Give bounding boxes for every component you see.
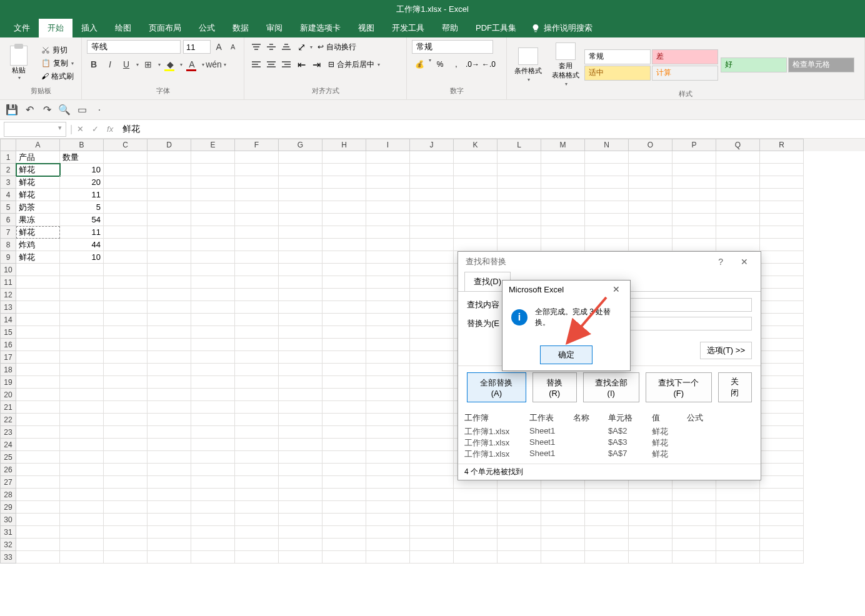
cell[interactable] [279, 476, 322, 489]
row-header[interactable]: 31 [0, 526, 16, 539]
row-header[interactable]: 12 [0, 289, 16, 301]
row-header[interactable]: 17 [0, 351, 16, 364]
cell[interactable] [629, 239, 672, 251]
cell[interactable] [410, 476, 454, 489]
cell[interactable] [498, 226, 541, 239]
cell[interactable] [60, 451, 104, 464]
cell[interactable] [410, 451, 454, 464]
name-box[interactable] [4, 122, 66, 137]
row-header[interactable]: 20 [0, 389, 16, 401]
row-header[interactable]: 30 [0, 514, 16, 526]
cell[interactable] [366, 176, 410, 189]
cell[interactable] [322, 526, 366, 539]
cell[interactable] [16, 551, 60, 564]
cell[interactable] [322, 251, 366, 264]
cell[interactable] [148, 451, 191, 464]
cell[interactable] [366, 376, 410, 389]
cell[interactable] [148, 539, 191, 551]
cell[interactable] [235, 489, 279, 501]
align-top-button[interactable] [249, 40, 263, 54]
cell[interactable]: 10 [60, 251, 104, 264]
cell[interactable] [410, 326, 454, 339]
cell[interactable] [191, 389, 235, 401]
cell[interactable] [60, 414, 104, 426]
cell[interactable] [235, 351, 279, 364]
enter-formula-button[interactable]: ✓ [88, 124, 102, 134]
cell[interactable] [410, 189, 454, 201]
cell[interactable] [104, 239, 148, 251]
cell[interactable] [191, 476, 235, 489]
cell[interactable] [60, 551, 104, 564]
cell[interactable] [541, 526, 585, 539]
tab-formulas[interactable]: 公式 [190, 19, 224, 37]
tab-newtab[interactable]: 新建选项卡 [291, 19, 349, 37]
cell[interactable] [191, 539, 235, 551]
cell[interactable] [16, 426, 60, 439]
cell[interactable] [191, 551, 235, 564]
cell[interactable] [454, 176, 498, 189]
align-center-button[interactable] [264, 57, 278, 71]
cell[interactable] [104, 514, 148, 526]
cell[interactable] [235, 201, 279, 214]
cell[interactable] [16, 501, 60, 514]
cell[interactable] [498, 501, 541, 514]
col-header-K[interactable]: K [454, 139, 498, 151]
cell[interactable] [585, 214, 629, 226]
cell[interactable] [410, 226, 454, 239]
cell[interactable] [104, 364, 148, 376]
cell[interactable] [629, 226, 672, 239]
cell[interactable] [366, 351, 410, 364]
row-header[interactable]: 4 [0, 189, 16, 201]
cell[interactable] [716, 526, 760, 539]
cell[interactable] [60, 326, 104, 339]
cell[interactable] [672, 201, 716, 214]
cell[interactable] [16, 476, 60, 489]
cell[interactable] [279, 326, 322, 339]
row-header[interactable]: 29 [0, 501, 16, 514]
cell[interactable] [760, 489, 804, 501]
tab-developer[interactable]: 开发工具 [383, 19, 433, 37]
cell[interactable] [760, 414, 804, 426]
number-format-select[interactable] [412, 40, 493, 54]
cell[interactable]: 产品 [16, 151, 60, 164]
row-header[interactable]: 3 [0, 176, 16, 189]
cell[interactable] [148, 376, 191, 389]
cell[interactable] [191, 301, 235, 314]
cell[interactable] [454, 201, 498, 214]
close-icon[interactable]: ✕ [609, 284, 624, 294]
cell[interactable] [454, 189, 498, 201]
font-color-button[interactable]: A [185, 57, 199, 71]
font-name-select[interactable] [87, 40, 181, 54]
cell[interactable] [322, 426, 366, 439]
tab-view[interactable]: 视图 [349, 19, 383, 37]
percent-button[interactable]: % [432, 57, 448, 71]
wrap-text-button[interactable]: ↩自动换行 [314, 41, 360, 54]
cell[interactable] [235, 276, 279, 289]
insert-function-button[interactable]: fx [102, 124, 118, 134]
cell[interactable] [322, 326, 366, 339]
cell[interactable] [498, 539, 541, 551]
cell[interactable] [235, 339, 279, 351]
cell[interactable] [410, 551, 454, 564]
col-header-P[interactable]: P [672, 139, 716, 151]
formula-input[interactable] [118, 122, 865, 137]
cell[interactable] [235, 389, 279, 401]
cell[interactable] [235, 464, 279, 476]
cell[interactable] [191, 276, 235, 289]
cell[interactable] [322, 201, 366, 214]
cell[interactable] [191, 201, 235, 214]
cell[interactable] [148, 151, 191, 164]
cell[interactable] [104, 376, 148, 389]
cell[interactable] [498, 239, 541, 251]
decrease-font-button[interactable]: A [228, 40, 239, 54]
cell[interactable] [716, 226, 760, 239]
cell[interactable] [410, 351, 454, 364]
cell[interactable] [629, 551, 672, 564]
cell[interactable]: 鲜花 [16, 189, 60, 201]
cell[interactable] [541, 201, 585, 214]
cell[interactable] [760, 176, 804, 189]
cell[interactable] [322, 539, 366, 551]
cell[interactable] [410, 164, 454, 176]
cell[interactable] [148, 314, 191, 326]
cell[interactable] [235, 514, 279, 526]
